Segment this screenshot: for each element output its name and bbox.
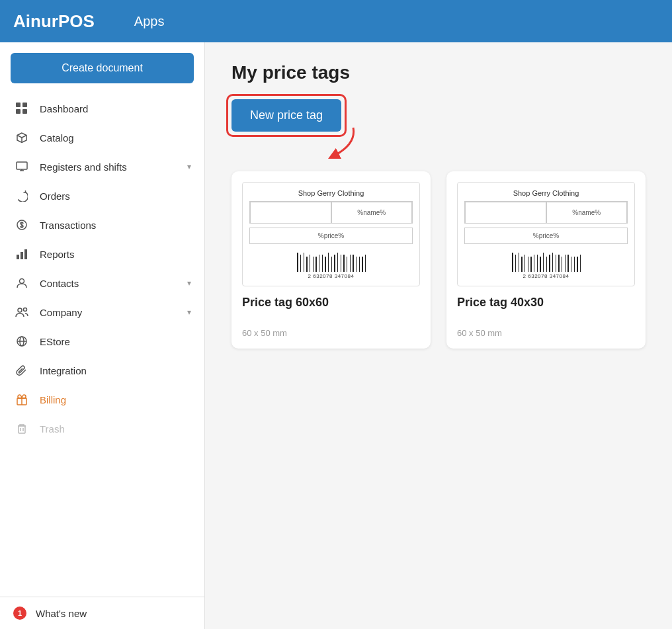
person-icon <box>13 277 30 289</box>
box-icon <box>13 132 30 144</box>
sidebar-item-integration[interactable]: Integration <box>0 356 204 385</box>
sidebar-item-label: Trash <box>40 423 191 435</box>
card-title: Price tag 60x60 <box>242 296 420 310</box>
card-size: 60 x 50 mm <box>242 328 420 338</box>
chart-icon <box>13 248 30 260</box>
svg-rect-3 <box>22 109 27 114</box>
sidebar-item-dashboard[interactable]: Dashboard <box>0 94 204 123</box>
sidebar-item-label: Company <box>40 307 187 318</box>
sidebar-item-trash[interactable]: Trash <box>0 414 204 443</box>
svg-rect-7 <box>17 162 27 169</box>
dollar-icon <box>13 219 30 231</box>
sidebar-item-estore[interactable]: EStore <box>0 327 204 356</box>
chevron-down-icon: ▾ <box>187 162 191 171</box>
svg-rect-2 <box>16 109 21 114</box>
sidebar-item-catalog[interactable]: Catalog <box>0 123 204 152</box>
preview-price-placeholder: %price% <box>464 228 628 244</box>
whats-new-badge: 1 <box>13 607 26 620</box>
sidebar-item-billing[interactable]: Billing <box>0 385 204 414</box>
sidebar-item-label: Orders <box>40 190 191 202</box>
preview-name-cell <box>250 202 331 223</box>
preview-name-cell <box>465 202 546 223</box>
gift-icon <box>13 394 30 405</box>
whats-new-label: What's new <box>36 608 87 619</box>
grid-icon <box>13 103 30 114</box>
barcode-lines <box>297 248 366 272</box>
trash-icon <box>13 423 30 435</box>
svg-line-6 <box>22 136 26 138</box>
preview-name-placeholder: %name% <box>331 202 413 223</box>
barcode-number: 2 632078 347084 <box>523 273 569 279</box>
sidebar-item-orders[interactable]: Orders <box>0 181 204 210</box>
sidebar-item-label: Transactions <box>40 220 191 231</box>
refresh-icon <box>13 190 30 202</box>
preview-shop-name: Shop Gerry Clothing <box>249 189 413 197</box>
sidebar-item-registers[interactable]: Registers and shifts ▾ <box>0 152 204 181</box>
app-logo: AinurPOS <box>13 11 95 32</box>
sidebar-item-reports[interactable]: Reports <box>0 239 204 269</box>
whats-new-footer[interactable]: 1 What's new <box>0 597 204 629</box>
chevron-down-icon: ▾ <box>187 278 191 288</box>
sidebar-item-label: Dashboard <box>40 103 191 114</box>
app-header: AinurPOS Apps <box>0 0 672 42</box>
svg-point-15 <box>20 279 24 284</box>
price-tags-grid: Shop Gerry Clothing %name% %price% 2 632… <box>231 171 646 349</box>
header-app-title: Apps <box>134 14 165 29</box>
card-title: Price tag 40x30 <box>457 296 635 310</box>
preview-name-placeholder: %name% <box>546 202 628 223</box>
arrow-indicator <box>320 124 360 163</box>
svg-rect-0 <box>16 103 21 107</box>
sidebar-item-label: Integration <box>40 365 191 376</box>
svg-rect-1 <box>22 103 27 107</box>
group-icon <box>13 306 30 318</box>
barcode-area: 2 632078 347084 <box>249 248 413 279</box>
sidebar-item-label: Contacts <box>40 278 187 289</box>
card-size: 60 x 50 mm <box>457 328 635 338</box>
barcode-number: 2 632078 347084 <box>308 273 355 279</box>
sidebar-nav: Dashboard Catalog Registers and shifts ▾ <box>0 94 204 597</box>
svg-line-5 <box>17 136 22 138</box>
sidebar-item-label: Billing <box>40 394 191 405</box>
price-tag-card-40x30[interactable]: Shop Gerry Clothing %name% %price% 2 632… <box>446 171 646 349</box>
svg-rect-13 <box>21 252 23 259</box>
svg-rect-24 <box>19 426 25 433</box>
create-document-button[interactable]: Create document <box>11 53 194 83</box>
price-tag-preview: Shop Gerry Clothing %name% %price% 2 632… <box>242 182 420 286</box>
svg-point-16 <box>18 308 22 312</box>
paperclip-icon <box>13 364 30 376</box>
page-title: My price tags <box>231 62 646 83</box>
globe-icon <box>13 335 30 347</box>
sidebar-item-label: EStore <box>40 336 191 347</box>
sidebar-item-transactions[interactable]: Transactions <box>0 210 204 239</box>
svg-point-17 <box>24 308 27 312</box>
preview-shop-name: Shop Gerry Clothing <box>464 189 628 197</box>
sidebar-item-company[interactable]: Company ▾ <box>0 298 204 327</box>
chevron-down-icon: ▾ <box>187 308 191 317</box>
svg-rect-12 <box>17 255 19 259</box>
barcode-area: 2 632078 347084 <box>464 248 628 279</box>
sidebar-item-label: Reports <box>40 249 191 260</box>
price-tag-preview: Shop Gerry Clothing %name% %price% 2 632… <box>457 182 635 286</box>
sidebar-item-label: Catalog <box>40 132 191 144</box>
monitor-icon <box>13 161 30 173</box>
sidebar: Create document Dashboard Catalog <box>0 42 205 629</box>
price-tag-card-60x60[interactable]: Shop Gerry Clothing %name% %price% 2 632… <box>231 171 431 349</box>
sidebar-item-contacts[interactable]: Contacts ▾ <box>0 269 204 298</box>
barcode-lines <box>512 248 581 272</box>
preview-price-placeholder: %price% <box>249 228 413 244</box>
main-content: My price tags New price tag <box>205 42 672 629</box>
sidebar-item-label: Registers and shifts <box>40 161 187 173</box>
svg-rect-14 <box>24 249 27 259</box>
